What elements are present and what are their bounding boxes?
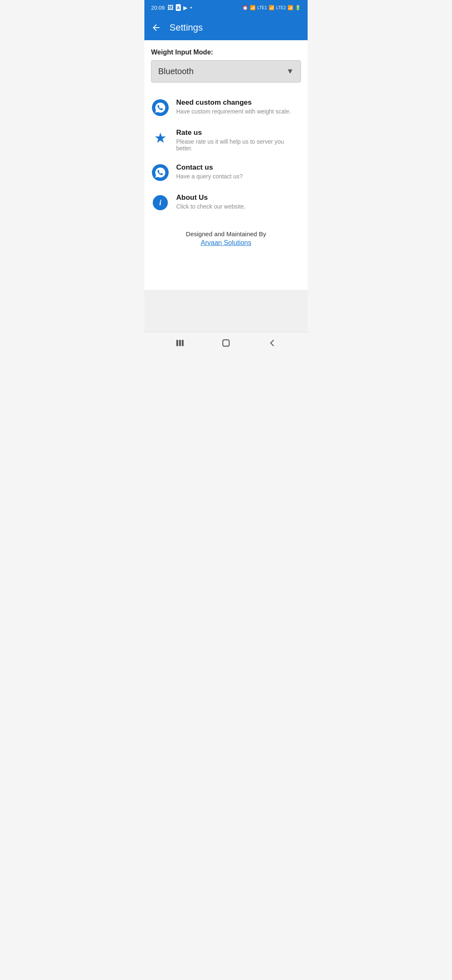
recents-button[interactable]: [171, 334, 189, 352]
dropdown-arrow-icon: ▼: [286, 67, 294, 76]
content-spacer: [144, 290, 308, 332]
status-time: 20:09: [151, 5, 165, 11]
list-item-contact-us[interactable]: Contact us Have a query contact us?: [151, 157, 301, 188]
svg-rect-3: [179, 340, 181, 346]
weight-input-section: Weight Input Mode: Bluetooth ▼: [151, 49, 301, 83]
star-icon: ★: [151, 129, 170, 147]
rate-us-subtitle: Please rate us it will help us to server…: [176, 138, 301, 152]
weight-input-label: Weight Input Mode:: [151, 49, 301, 56]
photo-icon: 🖼: [167, 4, 173, 11]
battery-icon: 🔋: [295, 5, 301, 10]
lte2-icon: LTE2: [276, 5, 286, 10]
about-us-title: About Us: [176, 193, 301, 202]
bottom-nav: [144, 332, 308, 353]
contact-us-text: Contact us Have a query contact us?: [176, 163, 301, 180]
amazon-icon: a: [176, 4, 181, 11]
status-bar: 20:09 🖼 a ▶ • ⏰ 📶 LTE1 📶 LTE2 📶 🔋: [144, 0, 308, 15]
footer-company-link[interactable]: Arvaan Solutions: [158, 239, 294, 247]
back-button[interactable]: [151, 23, 161, 33]
rate-us-title: Rate us: [176, 129, 301, 137]
whatsapp-icon-custom: [151, 98, 170, 117]
footer-designed-by: Designed and Maintained By: [158, 230, 294, 237]
back-nav-button[interactable]: [263, 334, 281, 352]
main-content: Weight Input Mode: Bluetooth ▼ Need cust…: [144, 40, 308, 290]
status-time-area: 20:09 🖼 a ▶ •: [151, 4, 192, 11]
home-button[interactable]: [217, 334, 235, 352]
svg-rect-4: [182, 340, 183, 346]
svg-rect-5: [223, 340, 229, 346]
lte1-icon: LTE1: [257, 5, 267, 10]
custom-changes-text: Need custom changes Have custom requirem…: [176, 98, 301, 115]
list-item-custom-changes[interactable]: Need custom changes Have custom requirem…: [151, 93, 301, 123]
whatsapp-icon-contact: [151, 163, 170, 182]
list-item-rate-us[interactable]: ★ Rate us Please rate us it will help us…: [151, 123, 301, 157]
info-icon: i: [151, 193, 170, 212]
footer: Designed and Maintained By Arvaan Soluti…: [151, 218, 301, 255]
svg-rect-2: [176, 340, 178, 346]
list-item-about-us[interactable]: i About Us Click to check our website.: [151, 188, 301, 218]
app-bar-title: Settings: [170, 22, 203, 33]
status-icons: ⏰ 📶 LTE1 📶 LTE2 📶 🔋: [242, 5, 301, 10]
play-icon: ▶: [183, 5, 187, 11]
app-bar: Settings: [144, 15, 308, 40]
contact-us-subtitle: Have a query contact us?: [176, 173, 301, 180]
weight-mode-dropdown[interactable]: Bluetooth ▼: [151, 60, 301, 83]
about-us-subtitle: Click to check our website.: [176, 203, 301, 210]
contact-us-title: Contact us: [176, 163, 301, 172]
settings-list: Need custom changes Have custom requirem…: [151, 93, 301, 218]
wifi-icon: 📶: [250, 5, 256, 10]
custom-changes-title: Need custom changes: [176, 98, 301, 107]
custom-changes-subtitle: Have custom requirement with weight scal…: [176, 108, 301, 115]
dropdown-selected-value: Bluetooth: [158, 67, 194, 76]
signal2-icon: 📶: [288, 5, 293, 10]
alarm-icon: ⏰: [242, 5, 248, 10]
signal1-icon: 📶: [269, 5, 275, 10]
about-us-text: About Us Click to check our website.: [176, 193, 301, 210]
dot-icon: •: [190, 5, 192, 11]
rate-us-text: Rate us Please rate us it will help us t…: [176, 129, 301, 152]
